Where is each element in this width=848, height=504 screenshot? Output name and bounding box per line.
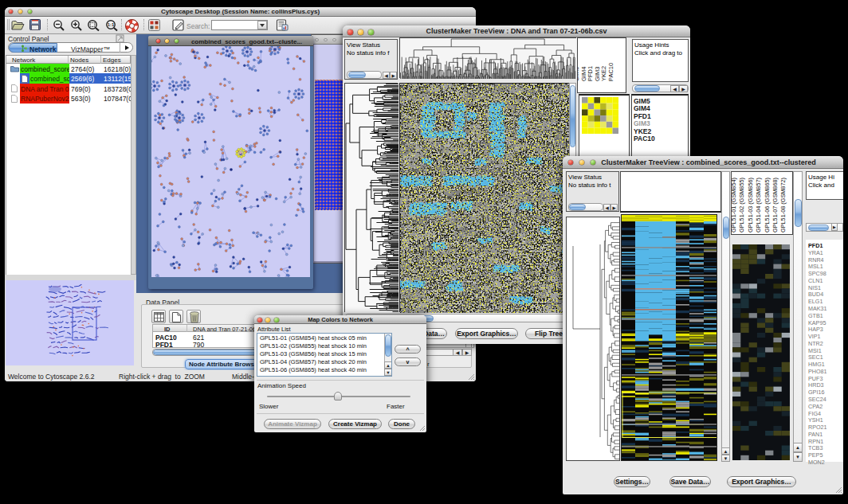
svg-text:1:1: 1:1	[108, 22, 115, 27]
